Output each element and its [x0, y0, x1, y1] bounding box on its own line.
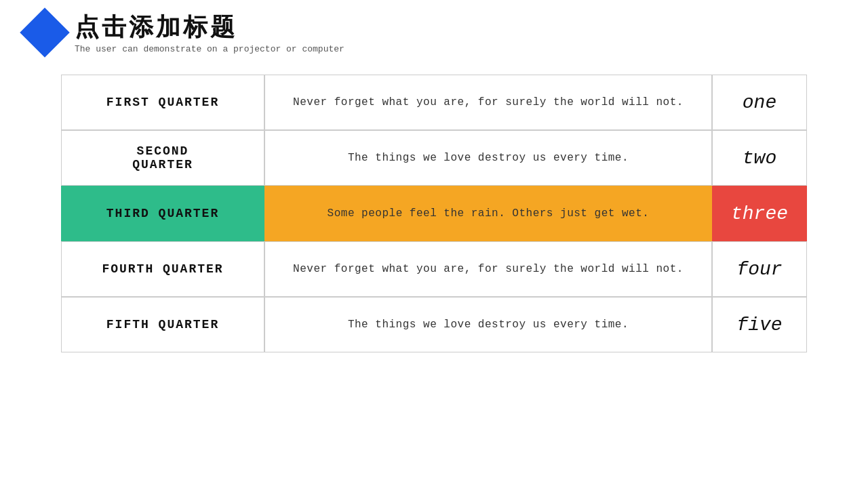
table-row[interactable]: FIFTH QUARTERThe things we love destroy … [61, 297, 807, 352]
header-text: 点击添加标题 The user can demonstrate on a pro… [75, 12, 344, 54]
header: 点击添加标题 The user can demonstrate on a pro… [0, 0, 868, 54]
quarter-content-cell: The things we love destroy us every time… [264, 130, 712, 186]
quarter-number: one [743, 92, 776, 113]
quarter-content: The things we love destroy us every time… [348, 319, 629, 331]
quarter-number-cell: three [712, 186, 807, 241]
quarter-number-cell: one [712, 75, 807, 130]
quarter-content: Some people feel the rain. Others just g… [328, 207, 650, 220]
quarter-label: FOURTH QUARTER [102, 262, 223, 276]
quarter-number: three [731, 203, 788, 224]
quarter-number: four [736, 259, 782, 280]
quarter-content-cell: Some people feel the rain. Others just g… [264, 186, 712, 241]
quarter-content: The things we love destroy us every time… [348, 152, 629, 164]
quarter-number-cell: five [712, 297, 807, 352]
quarter-label-cell: THIRD QUARTER [61, 186, 264, 241]
quarter-content-cell: Never forget what you are, for surely th… [264, 75, 712, 130]
table-row[interactable]: FOURTH QUARTERNever forget what you are,… [61, 241, 807, 297]
quarter-content-cell: The things we love destroy us every time… [264, 297, 712, 352]
quarter-content: Never forget what you are, for surely th… [293, 263, 684, 275]
diamond-logo [20, 7, 70, 58]
table-row[interactable]: SECOND QUARTERThe things we love destroy… [61, 130, 807, 186]
table-row[interactable]: THIRD QUARTERSome people feel the rain. … [61, 186, 807, 241]
quarter-content: Never forget what you are, for surely th… [293, 96, 684, 108]
quarter-number: five [736, 314, 782, 336]
quarter-label-cell: FIRST QUARTER [61, 75, 264, 130]
quarter-label: SECOND QUARTER [132, 144, 193, 171]
quarter-number-cell: two [712, 130, 807, 186]
page-subtitle: The user can demonstrate on a projector … [75, 44, 344, 54]
quarter-label-cell: SECOND QUARTER [61, 130, 264, 186]
page-title[interactable]: 点击添加标题 [75, 12, 344, 41]
quarter-number-cell: four [712, 241, 807, 297]
quarter-number: two [743, 148, 776, 169]
quarter-label: FIFTH QUARTER [106, 318, 219, 331]
quarter-content-cell: Never forget what you are, for surely th… [264, 241, 712, 297]
quarter-label-cell: FIFTH QUARTER [61, 297, 264, 352]
quarter-label: THIRD QUARTER [106, 207, 219, 220]
quarter-label: FIRST QUARTER [106, 96, 219, 109]
quarter-table: FIRST QUARTERNever forget what you are, … [61, 75, 807, 352]
table-row[interactable]: FIRST QUARTERNever forget what you are, … [61, 75, 807, 130]
quarter-label-cell: FOURTH QUARTER [61, 241, 264, 297]
